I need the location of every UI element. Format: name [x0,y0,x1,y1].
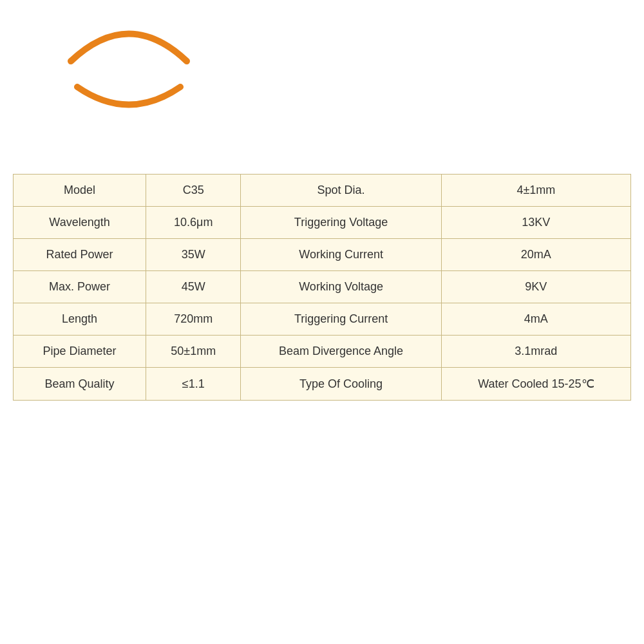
spec-value-right: Water Cooled 15-25℃ [441,368,630,401]
table-row: Wavelength10.6μmTriggering Voltage13KV [14,207,631,239]
logo-container [26,19,232,122]
page-wrapper: ModelC35Spot Dia.4±1mmWavelength10.6μmTr… [0,0,644,644]
spec-table-section: ModelC35Spot Dia.4±1mmWavelength10.6μmTr… [13,174,631,401]
table-row: Length720mmTriggering Current4mA [14,303,631,336]
logo-section [0,0,644,135]
spec-label-right: Triggering Voltage [241,207,441,239]
spec-label-left: Wavelength [14,207,146,239]
spec-label-right: Triggering Current [241,303,441,336]
spec-value-right: 4±1mm [441,175,630,207]
spec-label-right: Working Current [241,239,441,271]
table-row: Max. Power45WWorking Voltage9KV [14,271,631,303]
spec-value-left: 50±1mm [146,336,241,368]
spec-label-right: Beam Divergence Angle [241,336,441,368]
logo-arc-bottom-icon [64,84,193,116]
spec-value-right: 3.1mrad [441,336,630,368]
spec-value-right: 13KV [441,207,630,239]
table-row: ModelC35Spot Dia.4±1mm [14,175,631,207]
spec-label-right: Type Of Cooling [241,368,441,401]
spec-label-right: Spot Dia. [241,175,441,207]
spec-label-left: Model [14,175,146,207]
spec-label-right: Working Voltage [241,271,441,303]
spec-value-right: 20mA [441,239,630,271]
spec-value-left: C35 [146,175,241,207]
spec-value-right: 9KV [441,271,630,303]
spec-value-right: 4mA [441,303,630,336]
spec-value-left: 720mm [146,303,241,336]
spec-value-left: 45W [146,271,241,303]
spec-value-left: 35W [146,239,241,271]
spec-label-left: Rated Power [14,239,146,271]
logo-arc-top-icon [64,19,193,64]
table-row: Rated Power35WWorking Current20mA [14,239,631,271]
spec-label-left: Max. Power [14,271,146,303]
spec-value-left: 10.6μm [146,207,241,239]
spec-table: ModelC35Spot Dia.4±1mmWavelength10.6μmTr… [13,174,631,401]
spec-label-left: Length [14,303,146,336]
spec-label-left: Pipe Diameter [14,336,146,368]
spec-label-left: Beam Quality [14,368,146,401]
table-row: Beam Quality≤1.1Type Of CoolingWater Coo… [14,368,631,401]
table-row: Pipe Diameter50±1mmBeam Divergence Angle… [14,336,631,368]
spec-value-left: ≤1.1 [146,368,241,401]
